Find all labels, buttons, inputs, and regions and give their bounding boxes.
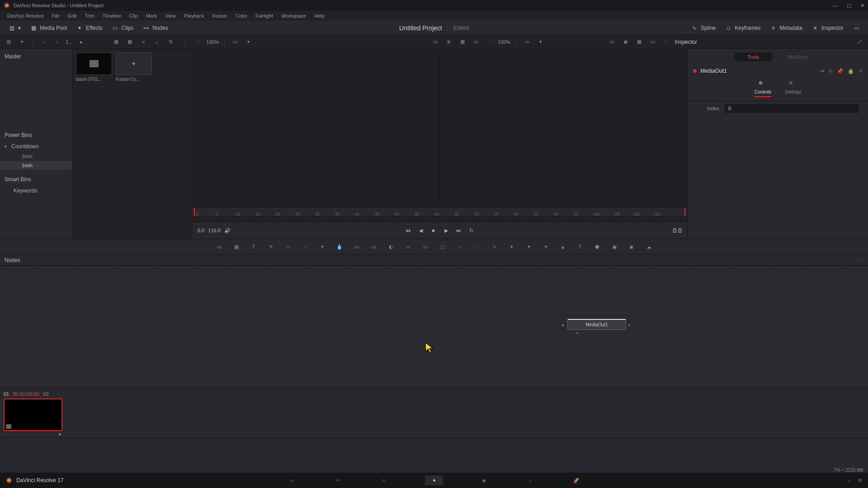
pin2-icon[interactable]: 📌 <box>837 68 843 74</box>
more-2-icon[interactable]: ⋯ <box>485 37 495 47</box>
pin-icon[interactable]: ⎘ <box>829 68 832 74</box>
effects-button[interactable]: ✦Effects <box>71 23 107 33</box>
viewer-b-icon[interactable]: ▭ <box>522 37 532 47</box>
globe-icon[interactable]: ⊕ <box>444 37 454 47</box>
particles-tool-icon[interactable]: ✦ <box>507 242 516 251</box>
audio-icon[interactable]: 🔊 <box>224 228 231 234</box>
fairlight-page-icon[interactable]: ♪ <box>525 475 535 485</box>
safe-area-icon[interactable]: ▭ <box>471 37 481 47</box>
filter-icon[interactable]: ⋮ <box>179 37 189 47</box>
thumb-view-icon[interactable]: ▦ <box>111 37 121 47</box>
merge-tool-icon[interactable]: ▭ <box>369 242 378 251</box>
menu-fairlight[interactable]: Fairlight <box>252 12 277 19</box>
background-tool-icon[interactable]: ▭ <box>215 242 224 251</box>
brightness-tool-icon[interactable]: ☀ <box>318 242 327 251</box>
time-ruler[interactable]: 0510152025303540455055606570758085909510… <box>192 207 687 217</box>
zoom-level-2[interactable]: 100% <box>498 39 511 45</box>
deliver-page-icon[interactable]: 🚀 <box>571 475 581 485</box>
smart-bins-header[interactable]: Smart Bins <box>0 174 72 185</box>
metadata-button[interactable]: ≡Metadata <box>765 23 807 33</box>
stop-button[interactable]: ■ <box>430 227 437 234</box>
media-page-icon[interactable]: ▭ <box>287 475 297 485</box>
menu-file[interactable]: File <box>48 12 64 19</box>
last-frame-button[interactable]: ⏭ <box>455 227 462 234</box>
transform-tool-icon[interactable]: ◐ <box>387 242 396 251</box>
nodes-button[interactable]: ⊶Nodes <box>138 23 173 33</box>
keywords-bin[interactable]: Keywords <box>0 185 72 196</box>
project-settings-icon[interactable]: ⚙ <box>858 478 863 483</box>
grid-3-icon[interactable]: ▦ <box>634 37 644 47</box>
menu-workspace[interactable]: Workspace <box>278 12 310 19</box>
polygon-tool-icon[interactable]: ⟋ <box>472 242 481 251</box>
spline-button[interactable]: ∿Spline <box>686 23 720 33</box>
render3d-tool-icon[interactable]: ☁ <box>644 242 653 251</box>
keyframes-button[interactable]: ◇Keyframes <box>720 23 765 33</box>
search-icon[interactable]: ⌕ <box>152 37 162 47</box>
viewer-left[interactable] <box>192 49 440 207</box>
menu-mark[interactable]: Mark <box>142 12 160 19</box>
sphere-tool-icon[interactable]: ◉ <box>627 242 636 251</box>
matte-tool-icon[interactable]: ▭ <box>421 242 430 251</box>
media-pool-button[interactable]: ▦Media Pool <box>25 23 71 33</box>
list-view-icon[interactable]: ≡ <box>138 37 148 47</box>
menu-clip[interactable]: Clip <box>126 12 142 19</box>
back-icon[interactable]: ‹ <box>38 37 48 47</box>
single-view-icon[interactable]: ▭ <box>607 37 617 47</box>
expand-icon[interactable]: ⤢ <box>854 37 864 47</box>
image3d-tool-icon[interactable]: ▲ <box>558 242 567 251</box>
tracker-tool-icon[interactable]: ⊹ <box>283 242 292 251</box>
bspline-tool-icon[interactable]: ∿ <box>490 242 499 251</box>
menu-timeline[interactable]: Timeline <box>99 12 125 19</box>
pemit-tool-icon[interactable]: ✦ <box>541 242 550 251</box>
viewer-opts-icon[interactable]: ▾ <box>536 37 546 47</box>
versions-icon[interactable]: ▪▾ <box>820 68 825 74</box>
shape3d-tool-icon[interactable]: ⬢ <box>593 242 602 251</box>
panel-toggle-icon[interactable]: ▥ <box>4 37 14 47</box>
reset-icon[interactable]: ↺ <box>859 68 863 74</box>
rectangle-tool-icon[interactable]: ▢ <box>438 242 447 251</box>
text-tool-icon[interactable]: T <box>249 242 258 251</box>
viewer-right[interactable] <box>440 49 687 207</box>
sort-icon[interactable]: ⇅ <box>165 37 175 47</box>
nodes-canvas[interactable]: MediaOut1 ▪ ● <box>0 266 868 389</box>
mask-tool-icon[interactable]: ⟋ <box>301 242 310 251</box>
layout-dropdown[interactable]: ▥▾ <box>4 23 25 33</box>
clips-button[interactable]: ▭Clips <box>107 23 138 33</box>
master-bin[interactable]: Master <box>0 51 72 62</box>
menu-edit[interactable]: Edit <box>64 12 80 19</box>
nodes-menu-icon[interactable]: ⋯ <box>859 257 863 263</box>
play-button[interactable]: ▶ <box>443 227 450 234</box>
menu-color[interactable]: Color <box>232 12 251 19</box>
power-bins-header[interactable]: Power Bins <box>0 129 72 141</box>
scrubber-bar[interactable] <box>192 217 687 222</box>
clip-thumbnail[interactable] <box>4 399 62 431</box>
more-3-icon[interactable]: ⋯ <box>661 37 671 47</box>
node-mediaout1[interactable]: MediaOut1 <box>567 319 626 330</box>
frame-icon[interactable]: ▭ <box>648 37 658 47</box>
text3d-tool-icon[interactable]: T <box>576 242 585 251</box>
tab-modifiers[interactable]: Modifiers <box>774 52 822 61</box>
breadcrumb-label[interactable]: 1... <box>66 39 72 45</box>
fusion-page-icon[interactable]: ✦ <box>425 475 443 485</box>
more-icon[interactable]: ⋯ <box>193 37 203 47</box>
tab-tools[interactable]: Tools <box>734 52 773 61</box>
bin-2min[interactable]: 2min <box>0 152 72 161</box>
grid-icon[interactable]: ▦ <box>458 37 467 47</box>
fastnoise-tool-icon[interactable]: ▦ <box>232 242 241 251</box>
index-input[interactable]: 0 <box>725 104 859 113</box>
inspector-button[interactable]: ✕Inspector <box>807 23 848 33</box>
color-picker-icon[interactable]: ◉ <box>621 37 631 47</box>
edit-page-icon[interactable]: ≡ <box>379 475 389 485</box>
bin-1min[interactable]: 1min <box>0 161 72 170</box>
first-frame-button[interactable]: ⏮ <box>405 227 412 234</box>
subtab-settings[interactable]: ⚙ Settings <box>785 80 801 97</box>
menu-help[interactable]: Help <box>311 12 328 19</box>
subtab-controls[interactable]: ⚙ Controls <box>755 80 771 97</box>
menu-davinci[interactable]: DaVinci Resolve <box>4 12 47 19</box>
close-button[interactable]: ✕ <box>860 3 864 9</box>
resize-tool-icon[interactable]: ▱ <box>404 242 413 251</box>
coloradjust-tool-icon[interactable]: ▭ <box>352 242 361 251</box>
paint-tool-icon[interactable]: ✎ <box>266 242 275 251</box>
loop-button[interactable]: ↻ <box>468 227 475 234</box>
home-icon[interactable]: ⌂ <box>848 478 851 483</box>
